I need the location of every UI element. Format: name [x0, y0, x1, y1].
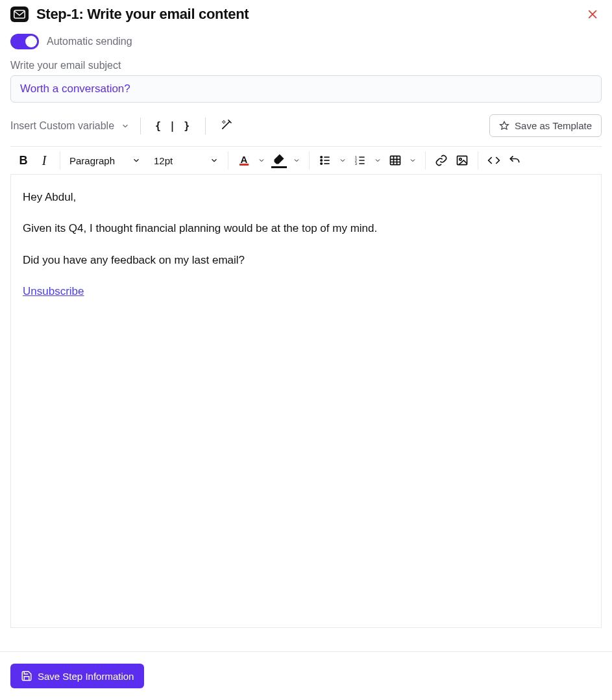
- divider: [228, 151, 228, 169]
- magic-wand-icon: [220, 118, 233, 131]
- modal-footer: Save Step Information: [0, 651, 612, 700]
- code-icon: [487, 154, 500, 167]
- chevron-down-icon: [121, 121, 130, 131]
- editor-toolbar: B I Paragraph 12pt A: [10, 146, 602, 175]
- save-icon: [21, 670, 32, 682]
- ai-magic-button[interactable]: [216, 118, 237, 134]
- svg-point-1: [321, 156, 323, 158]
- text-color-dropdown[interactable]: [254, 150, 269, 171]
- link-icon: [435, 154, 448, 167]
- bullet-list-icon: [319, 154, 332, 167]
- chevron-down-icon: [293, 156, 300, 164]
- mail-icon: [10, 6, 29, 22]
- save-step-label: Save Step Information: [38, 671, 134, 682]
- page-title: Step-1: Write your email content: [36, 6, 249, 23]
- svg-point-3: [321, 163, 323, 165]
- close-button[interactable]: [583, 5, 602, 23]
- body-greeting: Hey Abdul,: [23, 189, 589, 206]
- italic-button[interactable]: I: [34, 150, 55, 171]
- table-button[interactable]: [385, 150, 406, 171]
- sub-toolbar: Insert Custom variable { | } Save as Tem…: [0, 103, 612, 142]
- modal-header: Step-1: Write your email content: [0, 0, 612, 23]
- code-view-button[interactable]: [483, 150, 504, 171]
- block-format-dropdown[interactable]: Paragraph: [63, 150, 147, 171]
- image-icon: [456, 154, 469, 167]
- table-icon: [389, 154, 402, 167]
- save-template-label: Save as Template: [515, 120, 592, 131]
- auto-sending-toggle[interactable]: [10, 34, 39, 49]
- subject-label: Write your email subject: [10, 60, 602, 71]
- email-body-editor[interactable]: Hey Abdul, Given its Q4, I thought finan…: [10, 175, 602, 628]
- chevron-down-icon: [374, 156, 382, 164]
- bullet-list-button[interactable]: [315, 150, 336, 171]
- close-icon: [586, 8, 599, 21]
- svg-text:3: 3: [355, 162, 357, 166]
- svg-rect-0: [14, 10, 25, 18]
- body-line: Did you have any feedback on my last ema…: [23, 252, 589, 269]
- undo-icon: [508, 154, 521, 167]
- numbered-list-button[interactable]: 1 2 3: [350, 150, 371, 171]
- font-size-label: 12pt: [154, 155, 173, 166]
- chevron-down-icon: [258, 156, 265, 164]
- svg-rect-8: [458, 156, 467, 164]
- divider: [425, 151, 426, 169]
- text-color-button[interactable]: A: [234, 150, 254, 171]
- save-as-template-button[interactable]: Save as Template: [489, 114, 602, 137]
- insert-variable-label: Insert Custom variable: [10, 120, 114, 132]
- block-format-label: Paragraph: [69, 155, 115, 166]
- highlight-color-dropdown[interactable]: [289, 150, 304, 171]
- image-button[interactable]: [452, 150, 472, 171]
- table-dropdown[interactable]: [406, 150, 420, 171]
- divider: [309, 151, 310, 169]
- body-line: Given its Q4, I thought financial planni…: [23, 220, 589, 237]
- numbered-list-icon: 1 2 3: [354, 154, 367, 167]
- link-button[interactable]: [431, 150, 452, 171]
- svg-point-2: [321, 160, 323, 162]
- undo-button[interactable]: [504, 150, 525, 171]
- highlight-color-button[interactable]: [269, 150, 289, 171]
- divider: [140, 118, 141, 134]
- numbered-list-dropdown[interactable]: [371, 150, 385, 171]
- star-icon: [499, 121, 509, 131]
- divider: [478, 151, 478, 169]
- chevron-down-icon: [210, 156, 219, 165]
- unsubscribe-link[interactable]: Unsubscribe: [23, 285, 84, 297]
- auto-sending-label: Automatic sending: [47, 36, 132, 47]
- save-step-button[interactable]: Save Step Information: [10, 664, 144, 688]
- chevron-down-icon: [132, 156, 141, 165]
- chevron-down-icon: [409, 156, 417, 164]
- bullet-list-dropdown[interactable]: [336, 150, 350, 171]
- auto-sending-row: Automatic sending: [0, 23, 612, 60]
- chevron-down-icon: [339, 156, 347, 164]
- highlighter-icon: [273, 153, 286, 166]
- insert-placeholder-button[interactable]: { | }: [151, 120, 195, 132]
- svg-rect-7: [391, 156, 400, 164]
- subject-block: Write your email subject: [0, 60, 612, 103]
- bold-button[interactable]: B: [13, 150, 34, 171]
- font-size-dropdown[interactable]: 12pt: [147, 150, 225, 171]
- divider: [205, 118, 206, 134]
- svg-point-9: [459, 158, 461, 160]
- subject-input[interactable]: [10, 75, 602, 103]
- divider: [60, 151, 60, 169]
- insert-variable-dropdown[interactable]: Insert Custom variable: [10, 120, 130, 132]
